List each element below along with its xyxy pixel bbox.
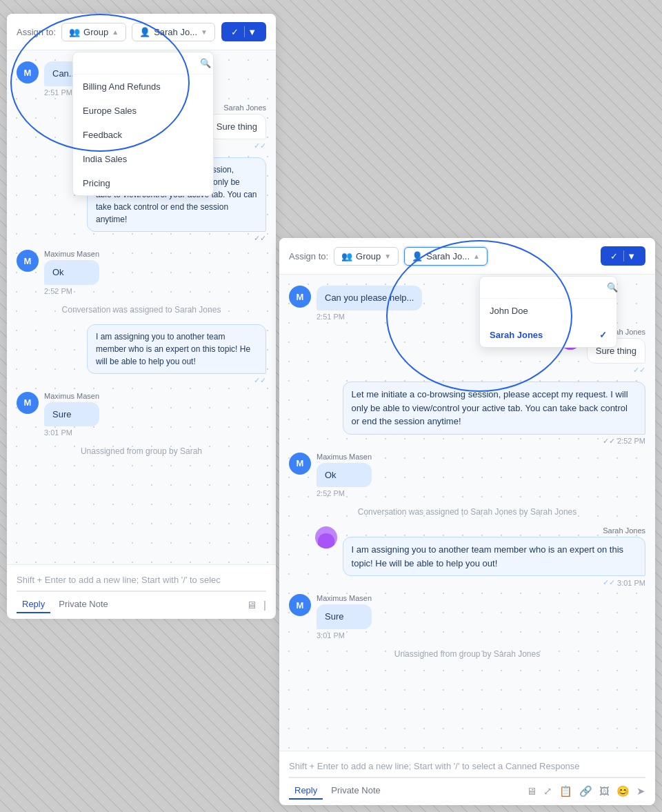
right-input-area: Shift + Enter to add a new line; Start w… xyxy=(279,751,655,805)
left-msg-row-4: M Maximus Masen Ok 2:52 PM xyxy=(17,250,266,295)
left-msg-row-6: M Maximus Masen Sure 3:01 PM xyxy=(17,392,266,437)
left-toolbar-icons: 🖥 | xyxy=(246,599,266,611)
dropdown-item-johndoe[interactable]: John Doe xyxy=(480,299,616,323)
ruler-icon[interactable]: | xyxy=(263,599,266,611)
left-confirm-button[interactable]: ✓ ▼ xyxy=(221,22,266,41)
dropdown-item-sarahjones[interactable]: Sarah Jones ✓ xyxy=(480,323,616,347)
right-attachment-icon[interactable]: 📋 xyxy=(559,785,572,798)
left-bubble-6: Sure xyxy=(44,402,99,427)
right-link-icon[interactable]: 🔗 xyxy=(579,785,592,798)
right-chat-panel: Assign to: 👥 Group ▼ 👤 Sarah Jo... ▲ ✓ ▼… xyxy=(279,238,655,804)
right-msg-row-4: M Maximus Masen Ok 2:52 PM xyxy=(289,453,645,498)
right-search-icon: 🔍 xyxy=(607,282,618,293)
right-reply-tab[interactable]: Reply xyxy=(289,782,323,800)
right-expand-icon[interactable]: ⤢ xyxy=(543,785,552,798)
left-msg-row-5: I am assigning you to another team membe… xyxy=(17,324,266,385)
right-time-3: ✓✓ 2:52 PM xyxy=(343,437,645,446)
person-icon: 👤 xyxy=(139,27,150,37)
left-avatar-m2: M xyxy=(17,250,39,272)
left-input-toolbar: Reply Private Note 🖥 | xyxy=(17,592,266,613)
right-bubble-5: I am assigning you to another team membe… xyxy=(343,537,645,576)
left-time-4: 2:52 PM xyxy=(44,287,99,295)
check-icon-5: ✓✓ xyxy=(254,376,266,385)
right-system-1: Conversation was assigned to Sarah Jones… xyxy=(289,504,645,519)
left-dropdown-search: 🔍 xyxy=(73,52,213,75)
right-dropdown-search-input[interactable] xyxy=(487,282,603,293)
left-sender-2: Sarah Jones xyxy=(208,103,266,112)
dropdown-item-pricing[interactable]: Pricing xyxy=(73,171,213,195)
right-group-dropdown[interactable]: 👥 Group ▼ xyxy=(334,247,399,266)
left-group-chevron: ▲ xyxy=(112,28,119,36)
dropdown-item-europe[interactable]: Europe Sales xyxy=(73,99,213,123)
right-confirm-chevron: ▼ xyxy=(627,251,636,261)
left-input-field[interactable]: Shift + Enter to add a new line; Start w… xyxy=(17,572,266,592)
right-confirm-check: ✓ xyxy=(610,251,618,261)
right-check-3: ✓✓ xyxy=(603,437,615,446)
right-bubble-3: Let me initiate a co-browsing session, p… xyxy=(343,382,645,435)
right-time-5: ✓✓ 3:01 PM xyxy=(343,578,645,587)
right-bubble-1: Can you please help... xyxy=(317,286,422,310)
right-group-icon: 👥 xyxy=(341,251,352,261)
right-avatar-inner-2 xyxy=(318,533,334,548)
right-time-6: 3:01 PM xyxy=(317,631,372,640)
right-screen-icon[interactable]: 🖥 xyxy=(526,785,536,798)
right-confirm-button[interactable]: ✓ ▼ xyxy=(601,246,645,266)
left-group-dropdown[interactable]: 👥 Group ▲ xyxy=(61,23,126,41)
left-chat-panel: Assign to: 👥 Group ▲ 👤 Sarah Jo... ▼ ✓ ▼… xyxy=(7,14,276,614)
right-confirm-divider xyxy=(623,250,624,261)
left-time-2: ✓✓ xyxy=(208,141,266,150)
right-check-5: ✓✓ xyxy=(603,578,615,587)
left-msg-content-6: Maximus Masen Sure 3:01 PM xyxy=(44,392,99,437)
left-agent-dropdown[interactable]: 👤 Sarah Jo... ▼ xyxy=(132,23,215,41)
right-msg-content-1: Can you please help... 2:51 PM xyxy=(317,286,422,321)
right-group-label: Group xyxy=(356,251,381,261)
right-agent-label: Sarah Jo... xyxy=(426,251,470,261)
left-sender-6: Maximus Masen xyxy=(44,392,99,400)
right-input-field[interactable]: Shift + Enter to add a new line; Start w… xyxy=(289,758,645,778)
dropdown-item-india[interactable]: India Sales xyxy=(73,147,213,171)
left-msg-content-2: Sarah Jones Sure thing ✓✓ xyxy=(208,103,266,151)
left-agent-chevron: ▼ xyxy=(201,28,208,36)
right-msg-row-3: Let me initiate a co-browsing session, p… xyxy=(289,382,645,446)
left-input-area: Shift + Enter to add a new line; Start w… xyxy=(7,564,276,619)
left-assign-label: Assign to: xyxy=(17,27,56,37)
right-send-icon[interactable]: ➤ xyxy=(636,785,645,798)
right-system-2: Unassigned from group by Sarah Jones xyxy=(289,646,645,662)
right-agent-chevron: ▲ xyxy=(473,252,480,260)
right-time-1: 2:51 PM xyxy=(317,313,422,321)
dropdown-item-billing[interactable]: Billing And Refunds xyxy=(73,75,213,99)
right-image-icon[interactable]: 🖼 xyxy=(599,785,610,798)
right-sender-4: Maximus Masen xyxy=(317,453,372,461)
group-icon: 👥 xyxy=(69,27,80,37)
right-assign-label: Assign to: xyxy=(289,251,328,261)
right-time-2: ✓✓ xyxy=(587,366,645,375)
right-assign-bar: Assign to: 👥 Group ▼ 👤 Sarah Jo... ▲ ✓ ▼ xyxy=(279,238,655,275)
right-private-note-tab[interactable]: Private Note xyxy=(325,782,386,800)
left-dropdown-search-input[interactable] xyxy=(80,58,196,68)
right-msg-content-5: Sarah Jones I am assigning you to anothe… xyxy=(343,526,645,587)
confirm-check-icon: ✓ xyxy=(231,27,239,37)
left-sender-4: Maximus Masen xyxy=(44,250,99,258)
right-emoji-icon[interactable]: 😊 xyxy=(616,785,630,798)
left-assign-bar: Assign to: 👥 Group ▲ 👤 Sarah Jo... ▼ ✓ ▼ xyxy=(7,14,276,50)
left-reply-tab[interactable]: Reply xyxy=(17,596,50,613)
dropdown-item-feedback[interactable]: Feedback xyxy=(73,123,213,147)
right-time-4: 2:52 PM xyxy=(317,489,372,497)
left-bubble-2: Sure thing xyxy=(208,114,266,140)
right-agent-dropdown[interactable]: 👤 Sarah Jo... ▲ xyxy=(404,247,488,266)
left-group-label: Group xyxy=(83,27,108,37)
right-avatar-m2: M xyxy=(289,453,311,475)
confirm-divider xyxy=(244,26,245,37)
left-bubble-5: I am assigning you to another team membe… xyxy=(87,324,266,374)
right-avatar-m1: M xyxy=(289,286,311,308)
right-bubble-6: Sure xyxy=(317,604,372,629)
left-time-5: ✓✓ xyxy=(87,376,266,385)
check-icon-3: ✓✓ xyxy=(254,234,266,243)
right-bubble-4: Ok xyxy=(317,463,372,488)
right-input-toolbar: Reply Private Note 🖥 ⤢ 📋 🔗 🖼 😊 ➤ xyxy=(289,778,645,800)
screen-icon[interactable]: 🖥 xyxy=(246,599,257,611)
right-group-chevron: ▼ xyxy=(384,252,391,260)
left-avatar-m3: M xyxy=(17,392,39,414)
right-avatar-sj2 xyxy=(315,526,337,548)
left-private-note-tab[interactable]: Private Note xyxy=(53,596,114,613)
